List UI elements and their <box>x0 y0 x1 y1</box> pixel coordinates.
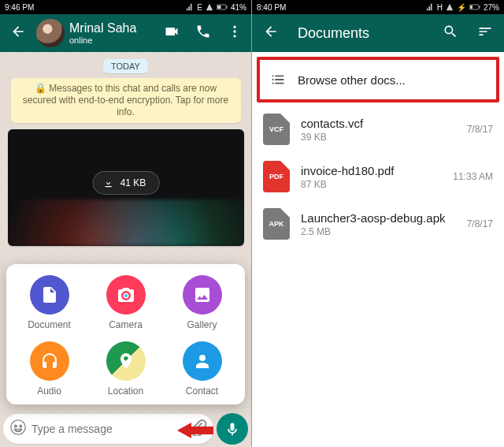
input-bar <box>0 411 251 447</box>
browse-other-docs[interactable]: Browse other docs... <box>260 60 496 99</box>
attach-label: Gallery <box>187 319 217 330</box>
document-icon <box>40 285 59 304</box>
download-size: 41 KB <box>120 177 146 188</box>
svg-point-8 <box>15 425 17 427</box>
svg-point-5 <box>233 35 235 37</box>
battery-percent: 27% <box>484 3 499 12</box>
mic-button[interactable] <box>217 413 248 445</box>
message-input[interactable] <box>32 423 185 435</box>
attach-label: Document <box>28 319 71 330</box>
svg-point-3 <box>233 26 235 28</box>
camera-icon <box>117 285 135 304</box>
svg-point-9 <box>20 425 21 427</box>
attach-document[interactable]: Document <box>11 275 87 330</box>
file-date: 7/8/17 <box>467 218 493 229</box>
wifi-icon <box>206 3 213 11</box>
download-icon <box>103 177 114 188</box>
attach-contact[interactable]: Contact <box>164 341 240 397</box>
media-message[interactable]: 41 KB <box>8 129 244 246</box>
signal-icon <box>186 3 194 11</box>
file-row[interactable]: PDFinvoice-hd180.pdf87 KB11:33 AM <box>252 153 504 200</box>
file-type-badge: PDF <box>263 161 290 192</box>
svg-rect-12 <box>470 6 472 9</box>
attach-label: Camera <box>109 319 143 330</box>
contact-status: online <box>69 35 154 45</box>
person-icon <box>193 352 212 371</box>
more-icon[interactable] <box>221 24 248 43</box>
svg-point-4 <box>233 30 235 32</box>
contact-info[interactable]: Mrinal Saha online <box>69 21 154 45</box>
browse-label: Browse other docs... <box>298 73 406 87</box>
attach-audio[interactable]: Audio <box>11 341 87 397</box>
svg-rect-1 <box>217 6 221 9</box>
status-bar: 9:46 PM E 41% <box>0 0 251 14</box>
wifi-icon <box>446 3 454 11</box>
status-bar: 8:40 PM H ⚡ 27% <box>252 0 504 14</box>
emoji-icon[interactable] <box>9 419 27 439</box>
attach-location[interactable]: Location <box>87 341 164 397</box>
search-icon[interactable] <box>435 24 466 43</box>
annotation-highlight: Browse other docs... <box>257 57 499 102</box>
file-date: 7/8/17 <box>467 124 493 135</box>
file-row[interactable]: APKLauncher3-aosp-debug.apk2.5 MB7/8/17 <box>252 200 504 248</box>
network-type: H <box>437 3 443 12</box>
file-size: 2.5 MB <box>301 226 456 237</box>
svg-rect-13 <box>479 6 480 9</box>
attach-label: Contact <box>186 386 218 397</box>
svg-rect-2 <box>226 6 227 9</box>
annotation-arrow <box>177 420 213 441</box>
svg-point-7 <box>124 294 127 297</box>
file-date: 11:33 AM <box>453 171 493 182</box>
headphone-icon <box>40 352 59 371</box>
file-size: 87 KB <box>301 179 442 190</box>
file-name: Launcher3-aosp-debug.apk <box>301 211 456 225</box>
attach-gallery[interactable]: Gallery <box>164 275 240 330</box>
attachment-sheet: Document Camera Gallery Audio Location C… <box>6 264 245 404</box>
mic-icon <box>224 421 240 437</box>
file-name: contacts.vcf <box>301 117 456 130</box>
file-list: VCFcontacts.vcf39 KB7/8/17PDFinvoice-hd1… <box>252 106 504 248</box>
contact-name: Mrinal Saha <box>69 21 154 35</box>
svg-marker-10 <box>177 423 213 438</box>
back-icon[interactable] <box>5 24 32 43</box>
encryption-notice[interactable]: 🔒 Messages to this chat and calls are no… <box>11 78 241 123</box>
voice-call-icon[interactable] <box>190 24 217 43</box>
status-time: 9:46 PM <box>5 3 34 12</box>
battery-percent: 41% <box>231 3 246 12</box>
list-icon <box>269 71 287 88</box>
attach-label: Audio <box>37 386 61 397</box>
file-type-badge: APK <box>263 208 290 240</box>
avatar[interactable] <box>36 19 65 47</box>
gallery-icon <box>193 285 212 304</box>
status-time: 8:40 PM <box>257 3 286 12</box>
file-row[interactable]: VCFcontacts.vcf39 KB7/8/17 <box>252 106 504 153</box>
page-title: Documents <box>290 25 432 42</box>
battery-icon <box>217 4 228 10</box>
battery-icon <box>469 4 480 10</box>
file-type-badge: VCF <box>263 114 290 145</box>
documents-header: Documents <box>252 14 504 52</box>
whatsapp-chat-screen: 9:46 PM E 41% Mrinal Saha online TODAY 🔒… <box>0 0 252 447</box>
location-pin-icon <box>117 352 135 371</box>
date-badge: TODAY <box>103 59 148 73</box>
file-size: 39 KB <box>301 132 456 143</box>
network-type: E <box>197 3 202 12</box>
signal-icon <box>426 3 434 11</box>
chat-header: Mrinal Saha online <box>0 14 251 52</box>
file-name: invoice-hd180.pdf <box>301 164 442 177</box>
download-button[interactable]: 41 KB <box>93 171 160 195</box>
video-call-icon[interactable] <box>158 24 185 43</box>
documents-screen: 8:40 PM H ⚡ 27% Documents Browse other d… <box>252 0 504 447</box>
sort-icon[interactable] <box>469 24 501 43</box>
attach-camera[interactable]: Camera <box>87 275 164 330</box>
back-icon[interactable] <box>255 24 287 43</box>
attach-label: Location <box>108 386 143 397</box>
